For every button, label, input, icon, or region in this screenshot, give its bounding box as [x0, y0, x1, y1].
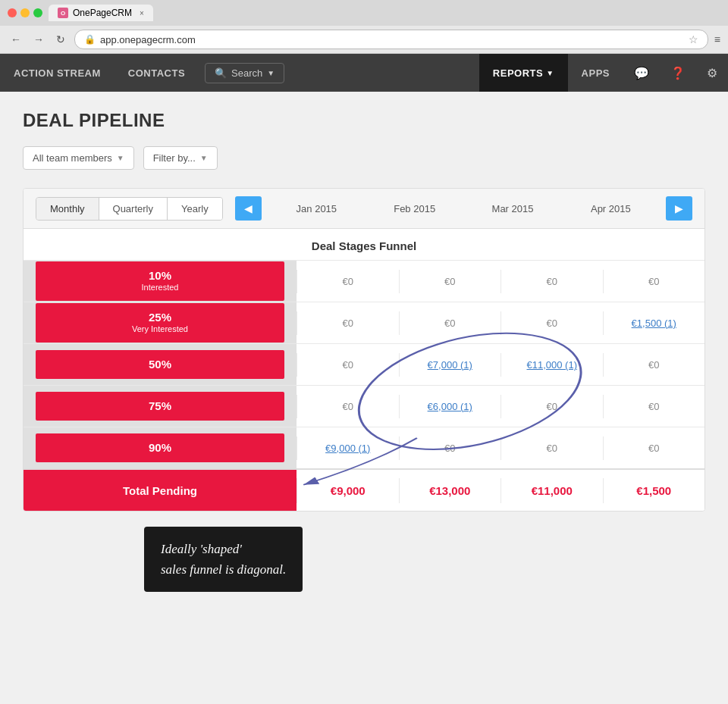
- reports-dropdown-arrow: ▼: [546, 69, 554, 77]
- minimize-dot[interactable]: [20, 8, 30, 17]
- funnel-row-0: 10% Interested €0 €0 €0 €0: [24, 260, 704, 302]
- page-title: DEAL PIPELINE: [23, 110, 705, 131]
- month-label-3: Apr 2015: [562, 203, 660, 214]
- address-bar: ← → ↻ 🔒 app.onepagecrm.com ☆ ≡: [0, 26, 728, 53]
- title-bar: O OnePageCRM ×: [0, 0, 728, 26]
- total-cell-3: €1,500: [603, 478, 705, 503]
- data-cell-1-2: €0: [500, 311, 603, 335]
- data-cells-0: €0 €0 €0 €0: [297, 270, 704, 293]
- month-label-2: Mar 2015: [463, 203, 561, 214]
- annotation-line2: sales funnel is diagonal.: [161, 559, 286, 580]
- funnel-bar-1: 25% Very Interested: [36, 303, 284, 342]
- total-row: Total Pending €9,000 €13,000 €11,000 €1,…: [24, 468, 704, 511]
- link-4-0: €9,000 (1): [325, 443, 370, 454]
- link-1-3: €1,500 (1): [632, 318, 676, 329]
- total-cells: €9,000 €13,000 €11,000 €1,500: [297, 478, 704, 503]
- team-filter[interactable]: All team members ▼: [23, 146, 134, 170]
- nav-reports[interactable]: REPORTS ▼: [479, 54, 568, 92]
- data-cell-3-1[interactable]: €6,000 (1): [399, 395, 501, 418]
- annotation-area: Ideally 'shaped' sales funnel is diagona…: [23, 512, 705, 633]
- funnel-stage-label-1[interactable]: Very Interested: [36, 324, 284, 334]
- search-icon: 🔍: [215, 67, 227, 79]
- data-cell-4-2: €0: [500, 436, 603, 460]
- search-label: Search: [231, 67, 262, 79]
- link-3-1: €6,000 (1): [428, 401, 472, 412]
- month-label-0: Jan 2015: [268, 203, 366, 214]
- data-cell-4-0[interactable]: €9,000 (1): [297, 436, 399, 460]
- settings-icon[interactable]: ⚙: [696, 54, 728, 92]
- link-2-1: €7,000 (1): [428, 359, 472, 371]
- data-cell-0-1: €0: [399, 270, 501, 293]
- data-cell-0-2: €0: [500, 270, 603, 293]
- link-2-2: €11,000 (1): [527, 359, 578, 371]
- total-cell-2: €11,000: [500, 478, 603, 503]
- annotation-line1: Ideally 'shaped': [161, 539, 286, 559]
- next-period-button[interactable]: ▶: [666, 196, 692, 221]
- refresh-button[interactable]: ↻: [53, 32, 68, 47]
- filter-by-select[interactable]: Filter by... ▼: [143, 146, 218, 170]
- data-cell-1-1: €0: [399, 311, 501, 335]
- search-dropdown-arrow: ▼: [267, 69, 275, 77]
- data-cell-3-3: €0: [603, 395, 705, 418]
- funnel-bar-3: 75%: [36, 392, 284, 421]
- data-cell-3-2: €0: [500, 395, 603, 418]
- annotation-box: Ideally 'shaped' sales funnel is diagona…: [144, 527, 303, 592]
- data-cell-2-2[interactable]: €11,000 (1): [500, 353, 603, 377]
- filters-row: All team members ▼ Filter by... ▼: [23, 146, 705, 170]
- tab-close-btn[interactable]: ×: [140, 9, 144, 17]
- nav-contacts[interactable]: CONTACTS: [115, 54, 199, 92]
- funnel-bar-2: 50%: [36, 350, 284, 379]
- browser-menu-icon[interactable]: ≡: [714, 33, 720, 45]
- funnel-row-1: 25% Very Interested €0 €0 €0 €1,500 (1): [24, 302, 704, 343]
- funnel-label-area-3: 75%: [24, 386, 297, 427]
- yearly-tab[interactable]: Yearly: [168, 198, 222, 220]
- period-header: Monthly Quarterly Yearly ◀ Jan 2015 Feb …: [24, 189, 704, 229]
- address-input[interactable]: 🔒 app.onepagecrm.com ☆: [74, 30, 708, 49]
- funnel-label-area-2: 50%: [24, 344, 297, 385]
- data-cells-3: €0 €6,000 (1) €0 €0: [297, 395, 704, 418]
- period-tabs: Monthly Quarterly Yearly: [36, 197, 223, 221]
- browser-chrome: O OnePageCRM × ← → ↻ 🔒 app.onepagecrm.co…: [0, 0, 728, 54]
- search-button[interactable]: 🔍 Search ▼: [205, 63, 284, 83]
- nav-action-stream[interactable]: ACTION STREAM: [0, 54, 115, 92]
- monthly-tab[interactable]: Monthly: [36, 198, 99, 220]
- help-icon[interactable]: ❓: [660, 54, 696, 92]
- close-dot[interactable]: [8, 8, 17, 17]
- lock-icon: 🔒: [84, 34, 96, 45]
- funnel-bar-0: 10% Interested: [36, 261, 284, 300]
- back-button[interactable]: ←: [8, 32, 24, 47]
- data-cell-0-3: €0: [603, 270, 705, 293]
- funnel-bar-4: 90%: [36, 433, 284, 462]
- funnel-pct-4: 90%: [36, 441, 284, 455]
- bookmark-icon[interactable]: ☆: [689, 33, 698, 45]
- data-cells-4: €9,000 (1) €0 €0 €0: [297, 436, 704, 460]
- funnel-pct-1: 25%: [36, 311, 284, 324]
- quarterly-tab[interactable]: Quarterly: [99, 198, 168, 220]
- team-filter-label: All team members: [33, 152, 112, 164]
- total-cell-1: €13,000: [399, 478, 501, 503]
- total-cell-0: €9,000: [297, 478, 399, 503]
- nav-apps[interactable]: APPS: [568, 54, 623, 92]
- reports-label: REPORTS: [493, 67, 543, 79]
- tab-title: OnePageCRM: [73, 8, 132, 18]
- browser-tab[interactable]: O OnePageCRM ×: [49, 5, 153, 21]
- data-cell-3-0: €0: [297, 395, 399, 418]
- total-label: Total Pending: [24, 470, 297, 511]
- data-cell-1-3[interactable]: €1,500 (1): [603, 311, 705, 335]
- funnel-pct-2: 50%: [36, 358, 284, 371]
- maximize-dot[interactable]: [33, 8, 42, 17]
- funnel-stage-label-0[interactable]: Interested: [36, 283, 284, 293]
- funnel-pct-0: 10%: [36, 269, 284, 283]
- data-cells-2: €0 €7,000 (1) €11,000 (1) €0: [297, 353, 704, 377]
- data-cell-2-1[interactable]: €7,000 (1): [399, 353, 501, 377]
- chat-icon[interactable]: 💬: [623, 54, 660, 92]
- data-cell-1-0: €0: [297, 311, 399, 335]
- funnel-pct-3: 75%: [36, 399, 284, 413]
- top-navigation: ACTION STREAM CONTACTS 🔍 Search ▼ REPORT…: [0, 54, 728, 92]
- month-label-1: Feb 2015: [366, 203, 463, 214]
- filter-by-label: Filter by...: [153, 152, 196, 164]
- prev-period-button[interactable]: ◀: [235, 196, 262, 221]
- window-controls: [8, 8, 42, 17]
- data-cells-1: €0 €0 €0 €1,500 (1): [297, 311, 704, 335]
- forward-button[interactable]: →: [30, 32, 47, 47]
